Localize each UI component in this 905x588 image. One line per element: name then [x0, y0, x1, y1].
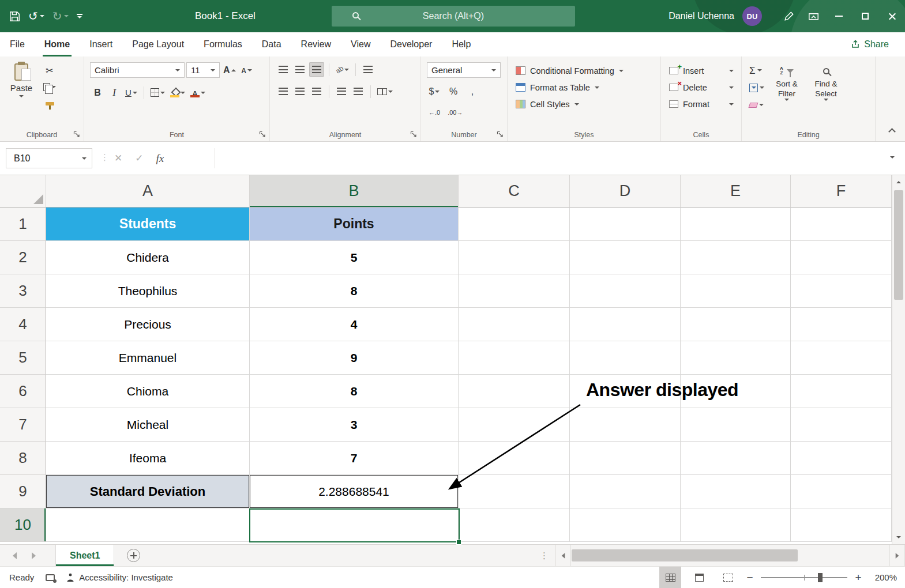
view-page-layout-button[interactable]: [688, 567, 710, 588]
orientation-button[interactable]: [334, 62, 351, 77]
cell-d7[interactable]: [570, 408, 681, 442]
clear-button[interactable]: [748, 98, 766, 112]
cell-d1[interactable]: [570, 208, 681, 241]
increase-decimal-button[interactable]: ←.0: [427, 105, 442, 119]
font-color-button[interactable]: [189, 85, 207, 100]
insert-function-button[interactable]: fx: [156, 152, 164, 165]
cell-c2[interactable]: [459, 241, 570, 274]
tab-splitter-icon[interactable]: [540, 551, 549, 561]
paste-button[interactable]: Paste: [6, 62, 37, 110]
macro-record-icon[interactable]: [46, 574, 55, 581]
column-header-e[interactable]: E: [681, 175, 791, 208]
cell-c3[interactable]: [459, 274, 570, 308]
align-bottom-button[interactable]: [309, 62, 324, 77]
zoom-out-button[interactable]: −: [746, 572, 754, 583]
borders-button[interactable]: [149, 85, 167, 100]
cell-b1[interactable]: Points: [250, 208, 459, 241]
collapse-ribbon-button[interactable]: [888, 128, 896, 135]
merge-center-button[interactable]: [375, 84, 395, 99]
cell-a2[interactable]: Chidera: [46, 241, 250, 274]
row-header-2[interactable]: 2: [0, 241, 46, 274]
name-box[interactable]: B10: [6, 148, 92, 168]
cell-d9[interactable]: [570, 475, 681, 508]
row-header-6[interactable]: 6: [0, 375, 46, 408]
decrease-indent-button[interactable]: [334, 84, 349, 99]
tab-formulas[interactable]: Formulas: [194, 32, 252, 56]
cell-f8[interactable]: [791, 442, 892, 475]
bold-button[interactable]: B: [90, 85, 105, 100]
row-header-9[interactable]: 9: [0, 475, 46, 508]
sheet-tab-sheet1[interactable]: Sheet1: [55, 545, 114, 566]
cell-a4[interactable]: Precious: [46, 308, 250, 341]
enter-button[interactable]: ✓: [135, 152, 143, 164]
redo-button[interactable]: ↻: [52, 10, 69, 22]
column-header-a[interactable]: A: [46, 175, 250, 208]
row-header-8[interactable]: 8: [0, 442, 46, 475]
comma-style-button[interactable]: ,: [465, 84, 480, 99]
customize-quick-access-button[interactable]: [77, 14, 82, 18]
cell-a5[interactable]: Emmanuel: [46, 341, 250, 375]
cell-e9[interactable]: [681, 475, 791, 508]
tab-developer[interactable]: Developer: [380, 32, 442, 56]
expand-formula-bar-icon[interactable]: [890, 156, 895, 159]
row-header-1[interactable]: 1: [0, 208, 46, 241]
delete-cells-button[interactable]: Delete: [667, 79, 736, 96]
cell-e4[interactable]: [681, 308, 791, 341]
column-header-b[interactable]: B: [250, 175, 459, 208]
row-header-10[interactable]: 10: [0, 508, 46, 542]
cell-e8[interactable]: [681, 442, 791, 475]
cell-e10[interactable]: [681, 508, 791, 542]
cell-b2[interactable]: 5: [250, 241, 459, 274]
horizontal-scroll-track[interactable]: [571, 545, 889, 566]
cell-a9[interactable]: Standard Deviation: [46, 475, 250, 508]
font-name-select[interactable]: Calibri: [90, 62, 185, 78]
column-header-c[interactable]: C: [459, 175, 570, 208]
cell-e1[interactable]: [681, 208, 791, 241]
cell-b6[interactable]: 8: [250, 375, 459, 408]
tab-review[interactable]: Review: [291, 32, 341, 56]
cell-f2[interactable]: [791, 241, 892, 274]
cell-b8[interactable]: 7: [250, 442, 459, 475]
increase-indent-button[interactable]: [351, 84, 366, 99]
cell-d3[interactable]: [570, 274, 681, 308]
cell-d5[interactable]: [570, 341, 681, 375]
cell-a8[interactable]: Ifeoma: [46, 442, 250, 475]
close-button[interactable]: [878, 0, 905, 32]
sort-filter-button[interactable]: Sort & Filter: [768, 62, 805, 127]
align-top-button[interactable]: [276, 62, 291, 77]
align-center-button[interactable]: [292, 84, 307, 99]
align-right-button[interactable]: [309, 84, 324, 99]
scroll-up-button[interactable]: [892, 175, 905, 189]
format-cells-button[interactable]: Format: [667, 96, 736, 112]
cell-a10[interactable]: [46, 508, 250, 542]
column-header-d[interactable]: D: [570, 175, 681, 208]
italic-button[interactable]: I: [107, 85, 122, 100]
vertical-scroll-thumb[interactable]: [894, 190, 903, 300]
cell-f7[interactable]: [791, 408, 892, 442]
number-format-select[interactable]: General: [427, 62, 501, 78]
search-box[interactable]: [332, 6, 575, 27]
copy-button[interactable]: [42, 80, 58, 94]
scroll-down-button[interactable]: [892, 530, 905, 544]
cell-a3[interactable]: Theophilus: [46, 274, 250, 308]
horizontal-scroll-thumb[interactable]: [572, 549, 798, 561]
alignment-dialog-launcher[interactable]: [410, 131, 417, 138]
horizontal-scrollbar[interactable]: [555, 545, 905, 566]
cell-c6[interactable]: [459, 375, 570, 408]
cell-e5[interactable]: [681, 341, 791, 375]
cell-d10[interactable]: [570, 508, 681, 542]
undo-button[interactable]: ↺: [28, 10, 44, 22]
scroll-right-button[interactable]: [889, 545, 905, 566]
tab-help[interactable]: Help: [442, 32, 480, 56]
column-header-f[interactable]: F: [791, 175, 892, 208]
format-as-table-button[interactable]: Format as Table: [513, 79, 656, 96]
cancel-button[interactable]: ✕: [114, 152, 122, 164]
cell-a7[interactable]: Micheal: [46, 408, 250, 442]
new-sheet-button[interactable]: [127, 549, 140, 562]
row-header-7[interactable]: 7: [0, 408, 46, 442]
zoom-slider-handle[interactable]: [818, 573, 823, 582]
scroll-left-button[interactable]: [555, 545, 571, 566]
row-header-3[interactable]: 3: [0, 274, 46, 308]
cell-e7[interactable]: [681, 408, 791, 442]
cell-c9[interactable]: [459, 475, 570, 508]
